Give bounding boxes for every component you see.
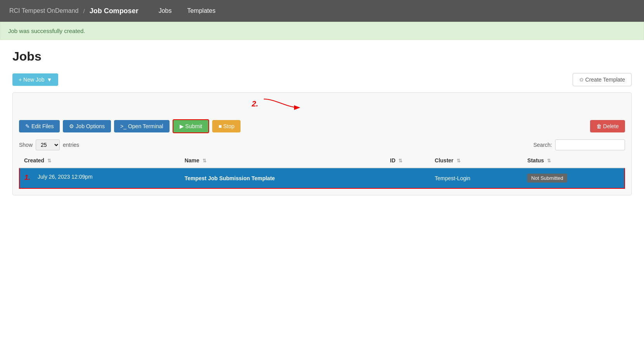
search-control: Search: (533, 139, 625, 150)
table-header: Created ⇅ Name ⇅ ID ⇅ Cluster (19, 153, 625, 168)
cell-created: July 26, 2023 12:09pm (38, 174, 93, 180)
col-created[interactable]: Created ⇅ (19, 153, 180, 168)
col-cluster[interactable]: Cluster ⇅ (430, 153, 523, 168)
delete-label: 🗑 Delete (596, 123, 619, 129)
sort-cluster-icon: ⇅ (457, 158, 460, 164)
cell-name-text: Tempest Job Submission Template (185, 175, 275, 181)
nav-templates[interactable]: Templates (179, 0, 223, 22)
entries-select[interactable]: 25 10 50 100 (36, 139, 60, 150)
create-template-label: ✩ Create Template (579, 77, 625, 83)
col-id[interactable]: ID ⇅ (385, 153, 430, 168)
submit-button[interactable]: ▶ Submit (173, 119, 209, 133)
success-alert: Job was successfully created. (0, 22, 644, 40)
header: RCI Tempest OnDemand / Job Composer Jobs… (0, 0, 644, 22)
edit-files-button[interactable]: ✎ Edit Files (19, 120, 60, 132)
table-controls: Show 25 10 50 100 entries Search: (19, 139, 625, 150)
delete-button[interactable]: 🗑 Delete (590, 120, 625, 132)
show-entries-control: Show 25 10 50 100 entries (19, 139, 79, 150)
sort-created-icon: ⇅ (47, 158, 51, 164)
job-options-button[interactable]: ⚙ Job Options (63, 120, 111, 132)
cell-id (385, 168, 430, 188)
brand-label: RCI Tempest OnDemand (9, 7, 78, 14)
search-input[interactable] (555, 139, 625, 150)
submit-label: ▶ Submit (180, 123, 202, 129)
action-toolbar: 2. ✎ Edit Files ⚙ Job (12, 92, 632, 195)
alert-message: Job was successfully created. (8, 28, 85, 34)
entries-label: entries (63, 142, 79, 148)
sort-name-icon: ⇅ (203, 158, 206, 164)
col-status[interactable]: Status ⇅ (523, 153, 625, 168)
jobs-table: Created ⇅ Name ⇅ ID ⇅ Cluster (19, 153, 625, 189)
col-name[interactable]: Name ⇅ (180, 153, 386, 168)
action-buttons-row: ✎ Edit Files ⚙ Job Options >_ Open Termi… (19, 119, 625, 133)
status-badge: Not Submitted (527, 174, 567, 183)
table-row[interactable]: 1. July 26, 2023 12:09pm Tempest Job Sub… (19, 168, 625, 188)
stop-button[interactable]: ■ Stop (212, 120, 241, 132)
new-job-button[interactable]: + New Job ▼ (12, 73, 58, 86)
sort-status-icon: ⇅ (547, 158, 551, 164)
edit-files-label: ✎ Edit Files (25, 123, 54, 129)
search-label: Search: (533, 142, 552, 148)
cell-status: Not Submitted (523, 168, 625, 188)
cell-name: Tempest Job Submission Template (180, 168, 386, 188)
sort-id-icon: ⇅ (398, 158, 402, 164)
toolbar-top: + New Job ▼ ✩ Create Template (12, 73, 632, 86)
annotation-2-label: 2. (252, 99, 258, 108)
row-number: 1. (24, 174, 36, 182)
create-template-button[interactable]: ✩ Create Template (573, 73, 632, 86)
nav-jobs[interactable]: Jobs (151, 0, 180, 22)
open-terminal-label: >_ Open Terminal (120, 123, 163, 129)
show-label: Show (19, 142, 33, 148)
main-nav: Jobs Templates (151, 0, 223, 22)
page-title: Jobs (12, 49, 632, 64)
new-job-label: + New Job (19, 77, 45, 83)
stop-label: ■ Stop (218, 123, 234, 129)
table-body: 1. July 26, 2023 12:09pm Tempest Job Sub… (19, 168, 625, 188)
header-separator: / (83, 8, 85, 14)
open-terminal-button[interactable]: >_ Open Terminal (114, 120, 170, 132)
dropdown-chevron: ▼ (47, 77, 52, 83)
cell-cluster: Tempest-Login (430, 168, 523, 188)
annotation-2-arrow (260, 96, 303, 111)
app-title: Job Composer (90, 7, 138, 15)
job-options-label: ⚙ Job Options (69, 123, 105, 129)
